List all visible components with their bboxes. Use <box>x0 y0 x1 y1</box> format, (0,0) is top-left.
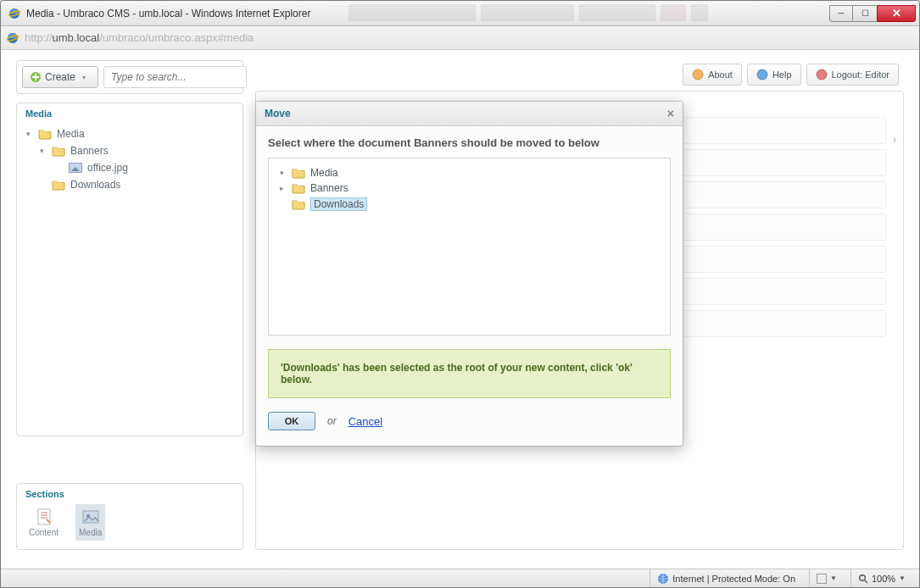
shield-icon <box>817 574 827 584</box>
background-tabs <box>348 4 708 21</box>
dialog-alert: 'Downloads' has been selected as the roo… <box>268 349 671 398</box>
folder-icon <box>292 167 305 179</box>
collapse-icon[interactable]: ▾ <box>277 169 287 178</box>
spacer <box>54 164 64 173</box>
tree-node-office[interactable]: office.jpg <box>22 159 237 176</box>
magnifier-icon <box>858 574 868 584</box>
tree-label: office.jpg <box>87 162 128 174</box>
spacer <box>37 180 47 190</box>
plus-icon <box>30 71 42 83</box>
globe-icon <box>657 573 669 585</box>
left-column: Create Media ▾ Media ▾ Banners <box>16 60 243 445</box>
tree-label: Banners <box>70 145 109 157</box>
about-icon <box>692 69 704 80</box>
ie-icon <box>6 31 20 45</box>
tree-label: Downloads <box>70 179 120 191</box>
collapse-icon[interactable]: ▾ <box>24 130 33 139</box>
section-content[interactable]: Content <box>25 504 62 541</box>
cancel-link[interactable]: Cancel <box>348 415 382 428</box>
dialog-tree-banners[interactable]: ▸ Banners <box>276 180 663 196</box>
logout-icon <box>816 69 828 80</box>
create-button[interactable]: Create <box>22 66 98 88</box>
folder-icon <box>292 182 305 194</box>
sections-heading: Sections <box>25 489 234 499</box>
help-button[interactable]: Help <box>747 64 801 86</box>
about-label: About <box>708 69 733 80</box>
media-tree: ▾ Media ▾ Banners office.jpg <box>17 122 243 200</box>
tree-label-selected: Downloads <box>310 197 367 211</box>
folder-icon <box>38 128 52 140</box>
tree-heading: Media <box>17 103 243 122</box>
help-icon <box>756 69 768 80</box>
spacer <box>277 200 287 209</box>
or-text: or <box>327 415 337 427</box>
status-extra1[interactable]: ▼ <box>809 569 844 587</box>
status-mode: Internet | Protected Mode: On <box>672 574 795 584</box>
folder-icon <box>52 179 65 191</box>
minimize-button[interactable]: ─ <box>829 5 853 22</box>
tree-node-downloads[interactable]: Downloads <box>22 176 237 193</box>
dialog-prompt: Select where the document Banners should… <box>268 136 671 149</box>
ok-button[interactable]: OK <box>268 412 315 430</box>
folder-icon <box>292 198 305 210</box>
dialog-title: Move <box>265 108 291 119</box>
logout-label: Logout: Editor <box>832 69 890 80</box>
help-label: Help <box>772 69 792 80</box>
url-text: http://umb.local/umbraco/umbraco.aspx#me… <box>25 31 254 44</box>
image-icon <box>69 163 82 173</box>
browser-window: Media - Umbraco CMS - umb.local - Window… <box>0 0 920 588</box>
dialog-titlebar: Move × <box>256 102 683 126</box>
about-button[interactable]: About <box>683 64 742 86</box>
top-right-buttons: About Help Logout: Editor <box>255 60 904 91</box>
search-input[interactable] <box>103 66 247 88</box>
folder-icon <box>52 145 65 157</box>
section-label: Media <box>79 528 102 537</box>
window-titlebar: Media - Umbraco CMS - umb.local - Window… <box>1 1 919 26</box>
dialog-actions: OK or Cancel <box>268 412 671 430</box>
maximize-button[interactable]: ☐ <box>853 5 877 22</box>
status-bar: Internet | Protected Mode: On ▼ 100% ▼ <box>1 569 919 587</box>
tree-label: Media <box>310 167 338 179</box>
section-label: Content <box>29 528 59 537</box>
sections-panel: Sections Content Media <box>16 483 243 550</box>
dialog-tree-media[interactable]: ▾ Media <box>276 165 663 180</box>
dialog-close-button[interactable]: × <box>667 107 674 120</box>
zoom-value: 100% <box>872 574 895 584</box>
tree-label: Banners <box>310 182 348 194</box>
create-search-panel: Create <box>16 60 243 94</box>
media-tree-panel: Media ▾ Media ▾ Banners <box>16 103 243 436</box>
expand-icon[interactable]: › <box>893 134 896 146</box>
tree-node-media[interactable]: ▾ Media <box>22 125 237 142</box>
section-media[interactable]: Media <box>75 504 105 541</box>
content-icon <box>35 508 53 526</box>
status-zone[interactable]: Internet | Protected Mode: On <box>650 569 802 587</box>
close-button[interactable]: ✕ <box>877 5 916 22</box>
logout-button[interactable]: Logout: Editor <box>806 64 900 86</box>
tree-label: Media <box>57 128 85 140</box>
client-area: Create Media ▾ Media ▾ Banners <box>1 50 919 569</box>
collapse-icon[interactable]: ▾ <box>37 147 47 156</box>
dialog-tree-downloads[interactable]: Downloads <box>276 196 663 213</box>
zoom-control[interactable]: 100% ▼ <box>850 569 912 587</box>
dialog-tree: ▾ Media ▸ Banners Downloads <box>268 158 671 336</box>
address-bar[interactable]: http://umb.local/umbraco/umbraco.aspx#me… <box>1 26 919 50</box>
expand-icon[interactable]: ▸ <box>277 184 287 193</box>
move-dialog: Move × Select where the document Banners… <box>255 101 683 447</box>
media-icon <box>81 508 100 526</box>
tree-node-banners[interactable]: ▾ Banners <box>22 142 237 159</box>
ie-icon <box>8 7 21 20</box>
create-label: Create <box>45 71 75 83</box>
